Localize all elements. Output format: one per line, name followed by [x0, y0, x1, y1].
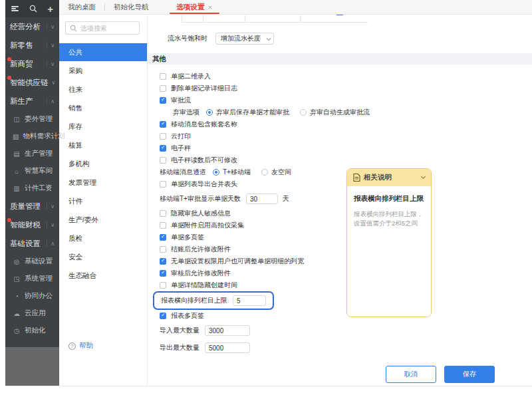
tab-bar: 我的桌面 初始化导航 选项设置 × [59, 0, 532, 15]
category-item-销售[interactable]: 销售 [59, 98, 147, 117]
sidebar-item-初始化[interactable]: ◷初始化 [5, 322, 59, 339]
radio-label: 弃审自动生成审批流 [310, 108, 370, 117]
category-item-公共[interactable]: 公共 [59, 43, 147, 61]
sidebar-group-智能供应链[interactable]: 智能供应链∨ [5, 73, 59, 92]
sidebar-item-物料需求计划[interactable]: ▧物料需求计划 [5, 128, 59, 145]
category-item-核算[interactable]: 核算 [59, 136, 147, 154]
sidebar-group-新零售[interactable]: 新零售∨ [5, 36, 59, 55]
sidebar-item-生产管理[interactable]: ▤生产管理 [5, 145, 59, 162]
radio-group-label: 移动端消息通道 [160, 168, 206, 177]
checkbox[interactable] [160, 210, 166, 217]
category-item-库存[interactable]: 库存 [59, 117, 147, 136]
sidebar-item-智慧车间[interactable]: ⌂智慧车间 [5, 162, 59, 180]
sidebar-group-label: 质量管理 [10, 201, 41, 211]
checkbox[interactable] [160, 85, 166, 92]
cloud-app-icon: ☁ [13, 310, 21, 317]
option-row: 弃审选项弃审后保存单据才能审批弃审自动生成审批流 [160, 106, 339, 118]
close-tab-icon[interactable]: × [208, 3, 212, 11]
save-button[interactable]: 保存 [444, 366, 495, 383]
sidebar-item-label: 计件工资 [25, 184, 53, 193]
option-search-box[interactable] [65, 21, 140, 35]
sidebar-group-新商贸[interactable]: 新商贸∨ [5, 55, 59, 73]
sidebar-group-label: 经营分析 [10, 22, 41, 32]
option-row: 单据多页签 [160, 231, 339, 243]
sidebar-group-智能财税[interactable]: 智能财税∨ [5, 215, 59, 234]
checkbox[interactable] [160, 133, 166, 140]
sidebar-item-计件工资[interactable]: ▥计件工资 [5, 180, 59, 197]
number-input[interactable] [205, 342, 250, 353]
init-icon: ◷ [13, 327, 21, 334]
section-header-other: 其他 [148, 53, 532, 65]
checkbox[interactable] [160, 234, 166, 241]
category-item-生态融合[interactable]: 生态融合 [59, 266, 147, 285]
checkbox[interactable] [160, 181, 166, 188]
option-search-input[interactable] [80, 25, 134, 32]
sidebar-header: + [5, 0, 59, 17]
radio-button[interactable] [300, 109, 307, 116]
radio-button[interactable] [213, 169, 219, 176]
chevron-up-icon: ∧ [51, 241, 55, 247]
checkbox[interactable] [160, 270, 166, 277]
checkbox[interactable] [160, 97, 166, 104]
sidebar-item-label: 基础设置 [25, 257, 53, 266]
category-item-生产/委外[interactable]: 生产/委外 [59, 210, 147, 229]
radio-button[interactable] [261, 169, 268, 176]
category-item-多机构[interactable]: 多机构 [59, 154, 147, 173]
checkbox[interactable] [160, 258, 166, 265]
sidebar-item-label: 协同办公 [25, 291, 53, 301]
sidebar-item-委外管理[interactable]: ◫委外管理 [5, 110, 59, 128]
sidebar-item-基础设置[interactable]: ◎基础设置 [5, 253, 59, 270]
menu-icon[interactable] [11, 5, 19, 13]
option-label: 云打印 [171, 132, 191, 141]
notification-dot-icon [7, 57, 11, 61]
chevron-down-icon[interactable] [421, 174, 426, 179]
option-label: 结账后允许修改附件 [171, 245, 231, 254]
sidebar-group-经营分析[interactable]: 经营分析∨ [5, 17, 59, 36]
plus-icon[interactable]: + [47, 4, 53, 14]
sidebar-item-label: 云应用 [25, 309, 46, 318]
sidebar-item-label: 委外管理 [25, 114, 53, 124]
sidebar-item-云应用[interactable]: ☁云应用 [5, 305, 59, 322]
sidebar-item-协同办公[interactable]: ◔协同办公 [5, 287, 59, 305]
category-item-发票管理[interactable]: 发票管理 [59, 173, 147, 192]
number-input[interactable] [205, 325, 250, 336]
search-icon[interactable] [29, 5, 37, 13]
cancel-button[interactable]: 取消 [386, 366, 436, 383]
sidebar-group-基础设置[interactable]: 基础设置∧ [5, 234, 59, 253]
option-row: 移动端消息通道T+移动端友空间 [160, 166, 339, 178]
checkbox[interactable] [160, 282, 166, 289]
checkbox[interactable] [160, 145, 166, 152]
checkbox[interactable] [160, 246, 166, 253]
app-sidebar: + 经营分析∨新零售∨新商贸∨智能供应链∨新生产∧◫委外管理▧物料需求计划▤生产… [5, 0, 59, 386]
help-button[interactable]: ? 帮助 [68, 341, 93, 350]
number-input[interactable] [233, 295, 266, 306]
option-label: 隐藏审批人敏感信息 [171, 209, 231, 218]
tab-init-nav[interactable]: 初始化导航 [105, 0, 158, 14]
sidebar-group-新生产[interactable]: 新生产∧ [5, 92, 59, 110]
tab-option-settings[interactable]: 选项设置 × [168, 0, 221, 14]
bottom-strip [0, 386, 532, 395]
category-item-采购[interactable]: 采购 [59, 61, 147, 80]
sidebar-item-系统管理[interactable]: ◳系统管理 [5, 270, 59, 287]
serial-saturation-select[interactable]: 增加流水长度 [215, 33, 274, 45]
related-info-header[interactable]: 相关说明 [347, 169, 431, 186]
option-label: 删除单据记录详细日志 [171, 84, 237, 93]
sidebar-group-label: 基础设置 [10, 239, 41, 249]
category-item-计件[interactable]: 计件 [59, 192, 147, 210]
category-item-往来[interactable]: 往来 [59, 80, 147, 98]
option-row: 移动端T+审批显示单据天数天 [160, 190, 339, 207]
radio-button[interactable] [206, 109, 213, 116]
sidebar-footer [5, 347, 59, 386]
checkbox[interactable] [160, 157, 166, 164]
checkbox[interactable] [160, 222, 166, 229]
option-label: 单据多页签 [171, 233, 204, 242]
checkbox[interactable] [160, 73, 166, 80]
category-item-安全[interactable]: 安全 [59, 247, 147, 266]
option-label: 审批流 [171, 96, 191, 105]
category-item-质检[interactable]: 质检 [59, 229, 147, 247]
checkbox[interactable] [160, 121, 166, 128]
number-input[interactable] [246, 194, 278, 204]
sidebar-group-质量管理[interactable]: 质量管理∨ [5, 197, 59, 215]
tab-my-desktop[interactable]: 我的桌面 [59, 0, 104, 14]
checkbox[interactable] [160, 313, 166, 319]
